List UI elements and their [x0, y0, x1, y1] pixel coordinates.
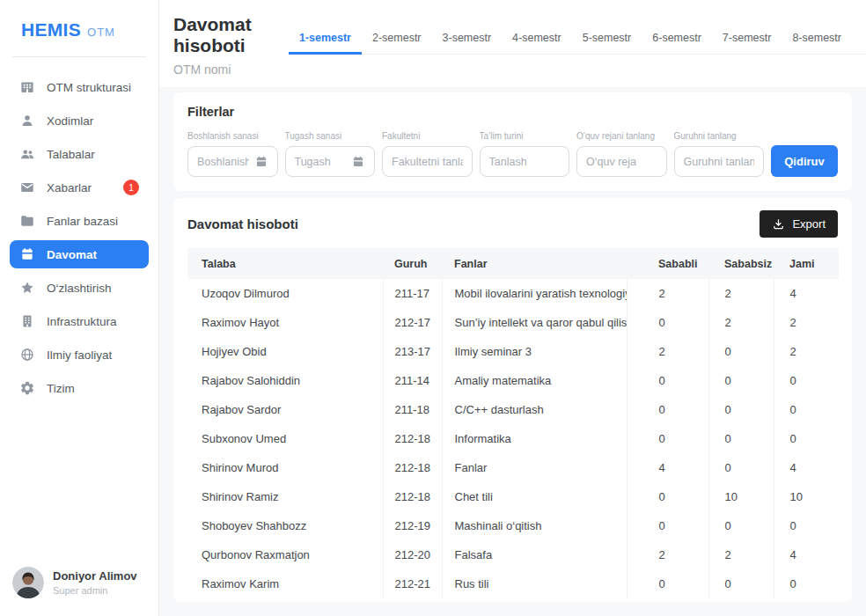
cell-sababli: 2 — [627, 279, 708, 308]
table-body: Uzoqov Dilmurod211-17Mobil ilovalarini y… — [187, 279, 839, 598]
column-header-talaba: Talaba — [187, 248, 383, 279]
report-title: Davomat hisoboti — [187, 216, 298, 231]
avatar — [12, 567, 44, 598]
tab-3-semestr[interactable]: 3-semestr — [432, 26, 503, 55]
cell-fan: Rus tili — [442, 569, 627, 598]
user-card[interactable]: Doniyor Alimov Super admin — [0, 554, 158, 616]
cell-sababli: 0 — [627, 395, 708, 424]
field-label: Fakultetni — [382, 131, 473, 141]
sidebar-item-fanlar-bazasi[interactable]: Fanlar bazasi — [10, 207, 149, 235]
filter-field-fakultetni: FakultetniFakultetni tanlang — [382, 131, 473, 177]
select-input-guruhni-tanlang[interactable]: Guruhni tanlang — [674, 146, 765, 177]
field-label: Ta’lim turini — [480, 131, 570, 141]
placeholder-text: Fakultetni tanlang — [392, 156, 463, 168]
select-input-oquv-rejani-tanlang[interactable]: O‘quv reja — [576, 146, 667, 177]
sidebar-item-ilmiy-faoliyat[interactable]: Ilmiy faoliyat — [10, 341, 149, 369]
cell-jami: 0 — [774, 424, 839, 453]
tab-4-semestr[interactable]: 4-semestr — [502, 26, 572, 55]
filter-fields: Boshlanish sanasiBoshlanishTugash sanasi… — [187, 131, 838, 177]
date-input-tugash-sanasi[interactable]: Tugash — [285, 146, 376, 177]
table-row: Rajabov Sardor211-18C/C++ dasturlash000 — [187, 395, 839, 424]
cell-sababli: 0 — [627, 482, 708, 511]
select-input-talim-turini[interactable]: Tanlash — [480, 146, 570, 177]
field-label: Tugash sanasi — [285, 131, 376, 141]
filter-field-tugash-sanasi: Tugash sanasiTugash — [285, 131, 376, 177]
office-icon — [19, 313, 35, 329]
placeholder-text: Tugash — [295, 156, 347, 168]
column-header-guruh: Guruh — [383, 248, 442, 279]
cell-talaba: Hojiyev Obid — [187, 337, 383, 366]
export-button[interactable]: Export — [760, 210, 838, 238]
cell-fan: Fanlar — [442, 453, 627, 482]
mail-icon — [19, 180, 35, 195]
sidebar-item-xodimlar[interactable]: Xodimlar — [10, 106, 149, 135]
field-label: Guruhni tanlang — [674, 131, 765, 141]
date-input-boshlanish-sanasi[interactable]: Boshlanish — [187, 146, 278, 177]
sidebar-item-talabalar[interactable]: Talabalar — [10, 140, 149, 168]
sidebar-item-tizim[interactable]: Tizim — [10, 374, 149, 402]
logo-text: HEMIS — [21, 19, 81, 40]
sidebar-item-ozlashtirish[interactable]: O‘zlashtirish — [10, 274, 149, 302]
cell-fan: Chet tili — [442, 482, 627, 511]
table-row: Shirinov Ramiz212-18Chet tili01010 — [187, 482, 839, 511]
sidebar-item-label: Xodimlar — [47, 114, 93, 128]
report-header: Davomat hisoboti Export — [187, 210, 838, 238]
cell-jami: 2 — [774, 337, 839, 366]
sidebar-item-label: Davomat — [47, 248, 97, 261]
report-card: Davomat hisoboti Export TalabaGuruhFanla… — [173, 198, 852, 602]
tab-7-semestr[interactable]: 7-semestr — [712, 26, 782, 55]
cell-sababsiz: 0 — [708, 366, 774, 395]
table-row: Uzoqov Dilmurod211-17Mobil ilovalarini y… — [187, 279, 839, 308]
export-label: Export — [792, 217, 826, 231]
cell-jami: 4 — [774, 279, 839, 308]
cell-talaba: Raximov Karim — [187, 569, 383, 598]
cell-sababli: 0 — [627, 569, 708, 598]
sidebar-item-otm-strukturasi[interactable]: OTM strukturasi — [10, 73, 149, 101]
cell-sababsiz: 2 — [708, 279, 774, 308]
gear-icon — [19, 380, 35, 396]
table-row: Raximov Hayot212-17Sun’iy intellekt va q… — [187, 308, 839, 337]
cell-sababsiz: 0 — [708, 569, 774, 598]
cell-fan: Mobil ilovalarini yaratish texnologiyala… — [442, 279, 627, 308]
tab-6-semestr[interactable]: 6-semestr — [642, 26, 712, 55]
tab-8-semestr[interactable]: 8-semestr — [782, 26, 852, 55]
topbar: Davomat hisoboti OTM nomi 1-semestr2-sem… — [159, 0, 866, 87]
cell-sababli: 0 — [627, 308, 708, 337]
cell-talaba: Uzoqov Dilmurod — [187, 279, 383, 308]
sidebar-item-xabarlar[interactable]: Xabarlar1 — [10, 173, 149, 202]
field-label: Boshlanish sanasi — [187, 131, 278, 141]
cell-talaba: Shirinov Ramiz — [187, 482, 383, 511]
tab-5-semestr[interactable]: 5-semestr — [572, 26, 642, 55]
search-button[interactable]: Qidiruv — [771, 145, 838, 177]
cell-jami: 4 — [774, 540, 839, 569]
globe-icon — [19, 347, 35, 363]
placeholder-text: Guruhni tanlang — [684, 156, 755, 168]
select-input-fakultetni[interactable]: Fakultetni tanlang — [382, 146, 473, 177]
cell-talaba: Rajabov Sardor — [187, 395, 383, 424]
cell-guruh: 212-17 — [383, 308, 442, 337]
semester-tabs: 1-semestr2-semestr3-semestr4-semestr5-se… — [289, 14, 866, 55]
cell-sababli: 0 — [627, 424, 708, 453]
cell-sababsiz: 0 — [708, 453, 774, 482]
cell-talaba: Subxonov Umed — [187, 424, 383, 453]
main-area: Davomat hisoboti OTM nomi 1-semestr2-sem… — [159, 0, 866, 616]
tab-2-semestr[interactable]: 2-semestr — [362, 26, 432, 55]
sidebar: HEMIS OTM OTM strukturasiXodimlarTalabal… — [0, 0, 159, 616]
filter-field-boshlanish-sanasi: Boshlanish sanasiBoshlanish — [187, 131, 278, 177]
placeholder-text: O‘quv reja — [586, 156, 657, 168]
field-label: O‘quv rejani tanlang — [576, 131, 667, 141]
user-role: Super admin — [53, 585, 137, 596]
cell-guruh: 212-18 — [383, 482, 442, 511]
app-logo[interactable]: HEMIS OTM — [0, 0, 158, 51]
cell-talaba: Shoboyev Shahbozz — [187, 511, 383, 540]
people-icon — [19, 146, 35, 162]
cell-sababsiz: 0 — [708, 424, 774, 453]
cell-fan: Mashinali o‘qitish — [442, 511, 627, 540]
cell-sababsiz: 0 — [708, 511, 774, 540]
sidebar-item-infrastruktura[interactable]: Infrastruktura — [10, 307, 149, 335]
tab-1-semestr[interactable]: 1-semestr — [289, 26, 362, 55]
cell-sababsiz: 2 — [708, 540, 774, 569]
sidebar-item-davomat[interactable]: Davomat — [10, 240, 149, 268]
cell-sababsiz: 10 — [708, 482, 774, 511]
cell-guruh: 212-18 — [383, 424, 442, 453]
